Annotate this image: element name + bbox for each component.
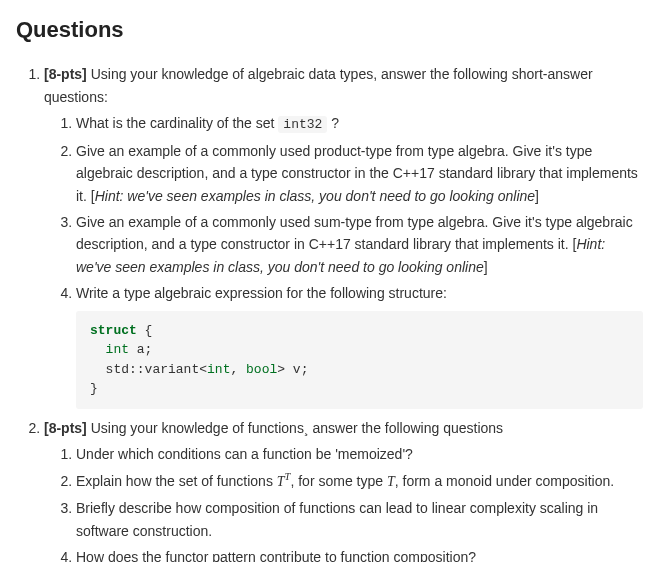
code-text: std::variant< bbox=[90, 362, 207, 377]
math-T: T bbox=[277, 474, 285, 489]
math-T: T bbox=[387, 474, 395, 489]
code-text bbox=[90, 342, 106, 357]
text: ] bbox=[484, 259, 488, 275]
kw-struct: struct bbox=[90, 323, 137, 338]
type-int: int bbox=[207, 362, 230, 377]
q2-sub1: Under which conditions can a function be… bbox=[76, 443, 643, 465]
code-text: > v; bbox=[277, 362, 308, 377]
text: Explain how the set of functions bbox=[76, 473, 277, 489]
code-text: } bbox=[90, 381, 98, 396]
q1-subs: What is the cardinality of the set int32… bbox=[44, 112, 643, 409]
code-text: { bbox=[137, 323, 153, 338]
question-2: [8-pts] Using your knowledge of function… bbox=[44, 417, 643, 563]
text: Give an example of a commonly used sum-t… bbox=[76, 214, 633, 252]
type-int: int bbox=[106, 342, 129, 357]
question-list: [8-pts] Using your knowledge of algebrai… bbox=[16, 63, 643, 562]
points-badge: [8-pts] bbox=[44, 66, 87, 82]
q2-sub2: Explain how the set of functions TT, for… bbox=[76, 469, 643, 493]
code-block-struct: struct { int a; std::variant<int, bool> … bbox=[76, 311, 643, 409]
question-1: [8-pts] Using your knowledge of algebrai… bbox=[44, 63, 643, 408]
q1-sub1: What is the cardinality of the set int32… bbox=[76, 112, 643, 136]
text: , form a monoid under composition. bbox=[395, 473, 614, 489]
text: ? bbox=[327, 115, 339, 131]
q1-sub2: Give an example of a commonly used produ… bbox=[76, 140, 643, 207]
q1-intro: Using your knowledge of algebraic data t… bbox=[44, 66, 593, 104]
type-bool: bool bbox=[246, 362, 277, 377]
q2-subs: Under which conditions can a function be… bbox=[44, 443, 643, 562]
code-int32: int32 bbox=[278, 116, 327, 133]
q2-sub4: How does the functor pattern contribute … bbox=[76, 546, 643, 562]
text: , for some type bbox=[290, 473, 386, 489]
text: What is the cardinality of the set bbox=[76, 115, 278, 131]
code-text: , bbox=[230, 362, 246, 377]
q1-sub3: Give an example of a commonly used sum-t… bbox=[76, 211, 643, 278]
text: ] bbox=[535, 188, 539, 204]
page-title: Questions bbox=[16, 12, 643, 47]
hint: Hint: we've seen examples in class, you … bbox=[95, 188, 535, 204]
text: Write a type algebraic expression for th… bbox=[76, 285, 447, 301]
q2-intro: Using your knowledge of functions¸ answe… bbox=[87, 420, 503, 436]
code-text: a; bbox=[129, 342, 152, 357]
q2-sub3: Briefly describe how composition of func… bbox=[76, 497, 643, 542]
points-badge: [8-pts] bbox=[44, 420, 87, 436]
q1-sub4: Write a type algebraic expression for th… bbox=[76, 282, 643, 408]
